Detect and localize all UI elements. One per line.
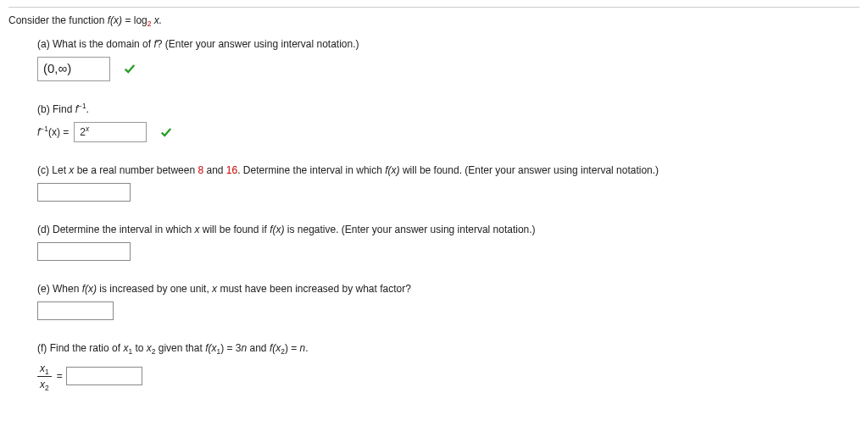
frac-den-s: 2: [45, 384, 49, 392]
f-eq: = 3: [224, 342, 241, 354]
f-ratio-equals: =: [57, 368, 63, 384]
c-t1: (c) Let: [37, 164, 69, 176]
c-t4: will be found. (Enter your answer using …: [400, 164, 659, 176]
f-fx1: f(x: [205, 342, 216, 354]
check-icon: [160, 126, 172, 138]
log-base: 2: [147, 19, 152, 28]
a-text2: ? (Enter your answer using interval nota…: [157, 38, 359, 50]
part-f-prompt: (f) Find the ratio of x1 to x2 given tha…: [37, 340, 860, 356]
f-t1: (f) Find the ratio of: [37, 342, 123, 354]
f-given: given that: [155, 342, 205, 354]
part-d-input[interactable]: [37, 242, 131, 261]
part-d-prompt: (d) Determine the interval in which x wi…: [37, 222, 860, 237]
f-fx2: f(x: [270, 342, 281, 354]
f-fx1s: 1: [216, 347, 220, 356]
e-t1: (e) When: [37, 283, 82, 295]
e-fx: f(x): [82, 283, 97, 295]
c-fx: f(x): [385, 164, 399, 176]
f-x1s: 1: [128, 347, 132, 356]
check-icon: [124, 63, 136, 75]
a-text1: (a) What is the domain of: [37, 38, 153, 50]
part-a-answer[interactable]: (0,∞): [37, 57, 110, 81]
c-n2: 16: [226, 164, 237, 176]
part-a-prompt: (a) What is the domain of f? (Enter your…: [37, 36, 860, 52]
log-arg: x.: [151, 14, 162, 26]
part-c-input[interactable]: [37, 183, 131, 202]
c-t3: . Determine the interval in which: [237, 164, 385, 176]
part-c: (c) Let x be a real number between 8 and…: [37, 163, 860, 202]
f-fx2s: 2: [281, 347, 285, 356]
frac-num-s: 1: [45, 368, 49, 376]
c-and: and: [203, 164, 226, 176]
part-d: (d) Determine the interval in which x wi…: [37, 222, 860, 261]
d-t1: (d) Determine the interval in which: [37, 224, 194, 235]
part-b: (b) Find f−1. f−1(x) = 2x: [37, 102, 860, 142]
part-f: (f) Find the ratio of x1 to x2 given tha…: [37, 340, 860, 392]
f-x2: x: [147, 342, 152, 354]
fx-symbol: f(x): [108, 14, 122, 26]
f-dot: .: [305, 342, 308, 354]
e-t3: must have been increased by what factor?: [217, 283, 411, 295]
intro-text: Consider the function: [8, 14, 108, 26]
part-e: (e) When f(x) is increased by one unit, …: [37, 281, 860, 320]
intro-line: Consider the function f(x) = log2 x.: [8, 13, 860, 28]
b-ans-base: 2: [80, 126, 86, 138]
part-c-prompt: (c) Let x be a real number between 8 and…: [37, 163, 860, 178]
ratio-fraction: x1 x2: [37, 361, 52, 392]
part-e-input[interactable]: [37, 301, 114, 320]
part-f-input[interactable]: [66, 367, 142, 385]
f-eq2: =: [288, 342, 300, 354]
b-label: f−1(x) =: [37, 124, 69, 140]
b-text1: (b) Find: [37, 103, 75, 115]
equals-log: = log: [122, 14, 147, 26]
c-t2: be a real number between: [74, 164, 198, 176]
f-and: and: [247, 342, 270, 354]
d-fx: f(x): [270, 224, 284, 235]
f-x2s: 2: [152, 347, 156, 356]
b-label-exp: −1: [40, 124, 48, 133]
e-t2: is increased by one unit,: [97, 283, 212, 295]
b-ans-exp: x: [86, 124, 89, 133]
d-t2: will be found if: [199, 224, 270, 235]
b-label-x: (x): [48, 126, 60, 138]
b-dot: .: [86, 103, 89, 115]
b-exp: −1: [78, 102, 86, 110]
part-a: (a) What is the domain of f? (Enter your…: [37, 36, 860, 81]
f-to: to: [132, 342, 147, 354]
part-b-answer[interactable]: 2x: [74, 122, 147, 142]
part-b-prompt: (b) Find f−1.: [37, 102, 860, 117]
b-equals: =: [60, 126, 69, 138]
part-e-prompt: (e) When f(x) is increased by one unit, …: [37, 281, 860, 296]
d-t3: is negative. (Enter your answer using in…: [284, 224, 535, 235]
